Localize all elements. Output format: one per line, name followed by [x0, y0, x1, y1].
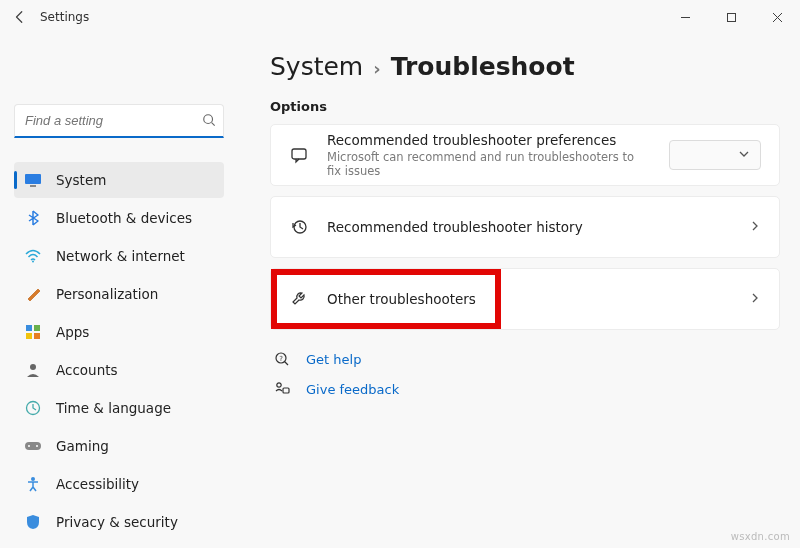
chevron-right-icon	[749, 292, 761, 307]
nav-item-privacy[interactable]: Privacy & security	[14, 504, 224, 540]
nav-list: System Bluetooth & devices Network & int…	[12, 162, 230, 548]
nav-label: Time & language	[56, 400, 171, 416]
minimize-icon	[680, 12, 691, 23]
card-troubleshooter-history[interactable]: Recommended troubleshooter history	[270, 196, 780, 258]
help-icon: ?	[274, 351, 292, 367]
minimize-button[interactable]	[662, 0, 708, 34]
link-text[interactable]: Give feedback	[306, 382, 399, 397]
nav-item-personalization[interactable]: Personalization	[14, 276, 224, 312]
chevron-right-icon	[749, 220, 761, 235]
svg-point-4	[32, 261, 34, 263]
breadcrumb-parent[interactable]: System	[270, 52, 363, 81]
nav-label: System	[56, 172, 106, 188]
svg-rect-7	[26, 333, 32, 339]
clock-icon	[24, 399, 42, 417]
svg-text:?: ?	[279, 355, 283, 363]
nav-item-bluetooth[interactable]: Bluetooth & devices	[14, 200, 224, 236]
sidebar: System Bluetooth & devices Network & int…	[12, 34, 230, 548]
app-title: Settings	[40, 10, 89, 24]
maximize-button[interactable]	[708, 0, 754, 34]
nav-item-accounts[interactable]: Accounts	[14, 352, 224, 388]
close-button[interactable]	[754, 0, 800, 34]
person-icon	[24, 361, 42, 379]
wifi-icon	[24, 247, 42, 265]
nav-item-accessibility[interactable]: Accessibility	[14, 466, 224, 502]
page-title: Troubleshoot	[391, 52, 575, 81]
svg-rect-11	[25, 442, 41, 450]
brush-icon	[24, 285, 42, 303]
chevron-right-icon: ›	[373, 58, 380, 79]
close-icon	[772, 12, 783, 23]
get-help-link[interactable]: ? Get help	[270, 344, 780, 374]
history-icon	[289, 217, 309, 237]
give-feedback-link[interactable]: Give feedback	[270, 374, 780, 404]
search-input[interactable]	[14, 104, 224, 138]
nav-label: Gaming	[56, 438, 109, 454]
svg-point-9	[30, 364, 36, 370]
card-title: Other troubleshooters	[327, 291, 731, 307]
apps-icon	[24, 323, 42, 341]
nav-item-windows-update[interactable]: Windows Update	[14, 542, 224, 548]
back-button[interactable]	[0, 0, 40, 34]
nav-item-gaming[interactable]: Gaming	[14, 428, 224, 464]
card-title: Recommended troubleshooter history	[327, 219, 731, 235]
nav-label: Privacy & security	[56, 514, 178, 530]
svg-rect-20	[283, 388, 289, 393]
nav-label: Bluetooth & devices	[56, 210, 192, 226]
display-icon	[24, 171, 42, 189]
window-controls	[662, 0, 800, 34]
nav-label: Accounts	[56, 362, 118, 378]
main-content: System › Troubleshoot Options Recommende…	[230, 34, 792, 548]
nav-label: Apps	[56, 324, 89, 340]
card-troubleshooter-preferences[interactable]: Recommended troubleshooter preferences M…	[270, 124, 780, 186]
svg-point-19	[277, 383, 281, 387]
chat-icon	[289, 145, 309, 165]
nav-item-apps[interactable]: Apps	[14, 314, 224, 350]
svg-point-14	[31, 477, 35, 481]
svg-rect-3	[30, 185, 36, 187]
breadcrumb: System › Troubleshoot	[270, 52, 780, 81]
card-other-troubleshooters[interactable]: Other troubleshooters	[270, 268, 780, 330]
search-wrap	[14, 104, 224, 138]
svg-point-13	[36, 445, 38, 447]
svg-rect-2	[25, 174, 41, 184]
help-links: ? Get help Give feedback	[270, 344, 780, 404]
svg-rect-6	[34, 325, 40, 331]
svg-rect-0	[727, 13, 735, 21]
nav-item-system[interactable]: System	[14, 162, 224, 198]
card-subtitle: Microsoft can recommend and run troubles…	[327, 150, 651, 178]
link-text[interactable]: Get help	[306, 352, 361, 367]
preferences-combobox[interactable]	[669, 140, 761, 170]
card-title: Recommended troubleshooter preferences	[327, 132, 651, 148]
nav-label: Accessibility	[56, 476, 139, 492]
search-icon	[202, 113, 216, 130]
arrow-left-icon	[13, 10, 27, 24]
shield-icon	[24, 513, 42, 531]
access-icon	[24, 475, 42, 493]
svg-rect-5	[26, 325, 32, 331]
titlebar: Settings	[0, 0, 800, 34]
watermark: wsxdn.com	[731, 531, 790, 542]
maximize-icon	[726, 12, 737, 23]
nav-label: Personalization	[56, 286, 158, 302]
svg-rect-8	[34, 333, 40, 339]
wrench-icon	[289, 289, 309, 309]
chevron-down-icon	[738, 148, 750, 163]
svg-rect-15	[292, 149, 306, 159]
feedback-icon	[274, 381, 292, 397]
nav-label: Network & internet	[56, 248, 185, 264]
game-icon	[24, 437, 42, 455]
svg-point-1	[204, 115, 213, 124]
section-header: Options	[270, 99, 780, 114]
nav-item-network[interactable]: Network & internet	[14, 238, 224, 274]
nav-item-time-language[interactable]: Time & language	[14, 390, 224, 426]
bluetooth-icon	[24, 209, 42, 227]
svg-point-12	[28, 445, 30, 447]
